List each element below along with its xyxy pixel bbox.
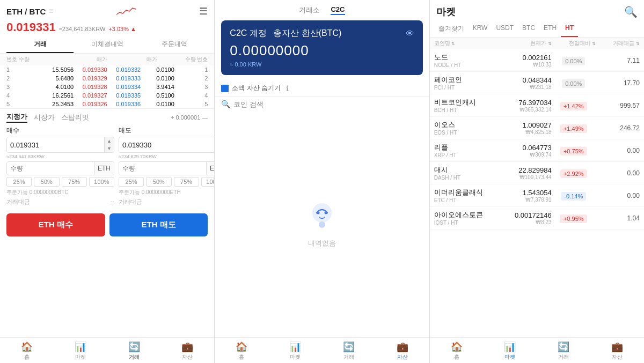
order-row: 4 16.2561 0.019327 0.019335 0.5100 4 xyxy=(0,91,214,100)
nav-trade-1[interactable]: 🔄 거래 xyxy=(107,340,161,362)
nav-home-2[interactable]: 🏠 홈 xyxy=(215,340,268,362)
menu-icon[interactable]: ☰ xyxy=(199,5,208,17)
order-row: 5 25.3453 0.019326 0.019336 0.0100 5 xyxy=(0,100,214,108)
nav-trade-2[interactable]: 🔄 거래 xyxy=(322,340,376,362)
tab-history[interactable]: 주문내역 xyxy=(141,36,208,53)
market-icon-2: 📊 xyxy=(289,341,301,353)
sell-pct-50[interactable]: 50% xyxy=(146,177,171,187)
market-row[interactable]: 노드 NODE / HT 0.002161 ₩10.33 0.00% 7.11 xyxy=(430,49,644,72)
trading-screen: ETH / BTC = ☰ 0.019331 ≈234,641.83KRW +3… xyxy=(0,0,215,363)
sell-section: 매도 ▲ ▼ ≈234,629.70KRW ETH 25% 50% 75% xyxy=(119,126,215,208)
sell-button[interactable]: ETH 매도 xyxy=(109,213,208,236)
col-change[interactable]: 전일대비 ⇅ xyxy=(552,40,596,47)
nav-market-1[interactable]: 📊 마켓 xyxy=(54,340,107,362)
col-headers: 코인명 ⇅ 현재가 ⇅ 전일대비 ⇅ 거래대금 ⇅ xyxy=(430,38,644,49)
tab-pending[interactable]: 미체결내역 xyxy=(74,36,141,53)
filter-favorites[interactable]: 즐겨찾기 xyxy=(434,21,469,37)
tab-c2c[interactable]: C2C xyxy=(331,5,345,15)
empty-illustration xyxy=(306,201,338,233)
info-icon: ℹ xyxy=(286,84,289,93)
nav-asset-3[interactable]: 💼 자산 xyxy=(590,340,644,362)
buy-price-input[interactable] xyxy=(7,137,104,152)
sell-pct-25[interactable]: 25% xyxy=(119,177,144,187)
tab-exchange[interactable]: 거래소 xyxy=(299,5,320,15)
nav-home-3[interactable]: 🏠 홈 xyxy=(430,340,484,362)
filter-eth[interactable]: ETH xyxy=(539,21,561,37)
nav-market-3[interactable]: 📊 마켓 xyxy=(483,340,537,362)
nav-trade-label-2: 거래 xyxy=(343,353,354,361)
balance-card: C2C 계정 총자산 환산(BTC) 👁 0.00000000 ≈ 0.00 K… xyxy=(221,20,422,75)
buy-pct-75[interactable]: 75% xyxy=(62,177,87,187)
market-screen: 마켓 🔍 즐겨찾기 KRW USDT BTC ETH HT 코인명 ⇅ 현재가 … xyxy=(430,0,644,363)
price-krw: ≈234,641.83KRW xyxy=(59,26,106,32)
market-row[interactable]: 페이코인 PCI / HT 0.048344 ₩231.18 0.00% 17.… xyxy=(430,72,644,94)
search-icon-3[interactable]: 🔍 xyxy=(624,5,638,18)
order-row: 3 4.0100 0.019328 0.019334 3.9414 3 xyxy=(0,83,214,91)
eq-icon[interactable]: = xyxy=(49,7,53,16)
filter-usdt[interactable]: USDT xyxy=(492,21,518,37)
type-tab-stoplimit[interactable]: 스탑리밋 xyxy=(61,113,89,122)
eye-icon[interactable]: 👁 xyxy=(406,29,414,39)
filter-btc[interactable]: BTC xyxy=(518,21,539,37)
market-row[interactable]: 리플 XRP / HT 0.064773 ₩309.74 +0.75% 0.00 xyxy=(430,139,644,162)
balance-krw: ≈ 0.00 KRW xyxy=(230,61,414,68)
c2c-header: 거래소 C2C xyxy=(215,0,429,20)
nav-home-1[interactable]: 🏠 홈 xyxy=(0,340,54,362)
type-tab-limit[interactable]: 지정가 xyxy=(6,112,27,123)
chart-icon[interactable] xyxy=(115,6,137,17)
card-header: C2C 계정 총자산 환산(BTC) 👁 xyxy=(230,28,414,39)
buy-button[interactable]: ETH 매수 xyxy=(6,213,105,236)
col-price[interactable]: 현재가 ⇅ xyxy=(493,40,552,47)
type-tab-market[interactable]: 시장가 xyxy=(34,113,55,122)
col-coin[interactable]: 코인명 ⇅ xyxy=(434,40,493,47)
sell-pct-row: 25% 50% 75% 100% xyxy=(119,177,215,187)
hide-label: 소액 자산 숨기기 xyxy=(232,84,281,93)
sell-qty-input[interactable] xyxy=(119,162,206,175)
market-row[interactable]: 이오스 EOS / HT 1.009027 ₩4,825.18 +1.49% 2… xyxy=(430,117,644,139)
nav-market-2[interactable]: 📊 마켓 xyxy=(268,340,322,362)
buy-pct-100[interactable]: 100% xyxy=(89,177,114,187)
tab-trade[interactable]: 거래 xyxy=(6,36,74,53)
search-row: 🔍 xyxy=(215,96,429,112)
sell-price-krw: ≈234,629.70KRW xyxy=(119,154,215,159)
trading-tabs: 거래 미체결내역 주문내역 xyxy=(0,36,214,54)
market-row[interactable]: 이더리움클래식 ETC / HT 1.543054 ₩7,378.91 -0.1… xyxy=(430,184,644,207)
market-icon-3: 📊 xyxy=(504,341,516,353)
market-row[interactable]: 비트코인캐시 BCH / HT 76.397034 ₩365,332.14 +1… xyxy=(430,94,644,117)
nav-market-label-3: 마켓 xyxy=(504,353,515,361)
card-title: C2C 계정 총자산 환산(BTC) xyxy=(230,28,341,39)
filter-krw[interactable]: KRW xyxy=(469,21,492,37)
filter-ht[interactable]: HT xyxy=(561,21,578,37)
col-volume[interactable]: 거래대금 ⇅ xyxy=(596,40,640,47)
buy-section: 매수 ▲ ▼ ≈234,641.83KRW ETH 25% 50% 75% xyxy=(6,126,114,208)
home-icon-2: 🏠 xyxy=(236,341,247,353)
price-step: + 0.000001 — xyxy=(171,114,208,121)
market-row[interactable]: 아이오에스토큰 IOST / HT 0.00172146 ₩8.23 +0.95… xyxy=(430,207,644,229)
trading-header: ETH / BTC = ☰ xyxy=(0,0,214,19)
trading-pair: ETH / BTC xyxy=(6,7,46,16)
hide-assets-row: 소액 자산 숨기기 ℹ xyxy=(215,80,429,96)
buy-price-down[interactable]: ▼ xyxy=(105,145,114,152)
nav-home-label-2: 홈 xyxy=(239,353,244,361)
hide-checkbox[interactable] xyxy=(221,85,229,92)
market-icon-1: 📊 xyxy=(75,341,86,353)
nav-asset-1[interactable]: 💼 자산 xyxy=(160,340,214,362)
nav-trade-3[interactable]: 🔄 거래 xyxy=(537,340,590,362)
orderbook: 1 15.5056 0.019330 0.019332 0.0100 1 2 5… xyxy=(0,65,214,108)
sell-pct-100[interactable]: 100% xyxy=(201,177,215,187)
buy-qty-input[interactable] xyxy=(7,162,94,175)
svg-point-0 xyxy=(312,203,332,223)
svg-point-2 xyxy=(324,211,327,214)
market-row[interactable]: 대시 DASH / HT 22.829984 ₩109,173.44 +2.92… xyxy=(430,162,644,184)
buy-pct-50[interactable]: 50% xyxy=(34,177,59,187)
sell-pct-75[interactable]: 75% xyxy=(174,177,199,187)
buy-price-input-row: ▲ ▼ xyxy=(6,137,114,153)
asset-icon-3: 💼 xyxy=(611,341,623,353)
buy-pct-25[interactable]: 25% xyxy=(6,177,32,187)
coin-search-input[interactable] xyxy=(233,100,422,108)
sell-price-input[interactable] xyxy=(119,137,215,152)
buy-price-up[interactable]: ▲ xyxy=(105,137,114,145)
asset-icon-1: 💼 xyxy=(181,341,193,353)
nav-asset-2[interactable]: 💼 자산 xyxy=(376,340,429,362)
nav-asset-label-3: 자산 xyxy=(612,353,623,361)
